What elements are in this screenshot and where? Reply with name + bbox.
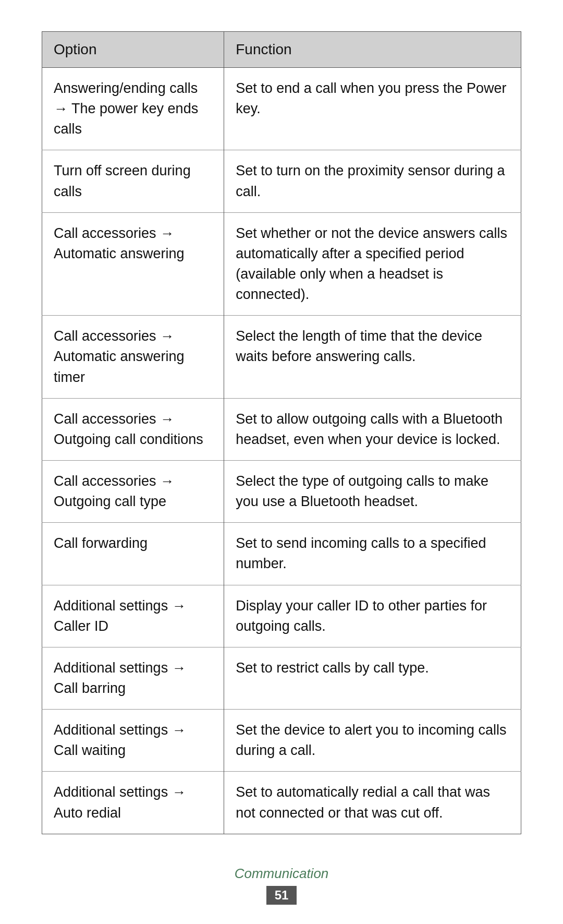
table-row: Additional settings → Call waitingSet th…: [42, 710, 521, 772]
header-function: Function: [224, 32, 521, 68]
table-row: Call accessories → Outgoing call typeSel…: [42, 460, 521, 522]
table-cell-option: Call accessories → Outgoing call conditi…: [42, 398, 224, 460]
table-cell-function: Select the type of outgoing calls to mak…: [224, 460, 521, 522]
table-cell-option: Call accessories → Automatic answering: [42, 212, 224, 316]
table-cell-option: Call accessories → Outgoing call type: [42, 460, 224, 522]
table-cell-function: Set to end a call when you press the Pow…: [224, 68, 521, 150]
table-row: Additional settings → Auto redialSet to …: [42, 772, 521, 834]
footer-label: Communication: [235, 866, 329, 882]
table-row: Call accessories → Automatic answeringSe…: [42, 212, 521, 316]
table-cell-function: Set the device to alert you to incoming …: [224, 710, 521, 772]
table-row: Call forwardingSet to send incoming call…: [42, 523, 521, 585]
table-cell-function: Select the length of time that the devic…: [224, 316, 521, 398]
table-cell-function: Set to automatically redial a call that …: [224, 772, 521, 834]
table-cell-option: Additional settings → Call barring: [42, 647, 224, 709]
table-row: Call accessories → Outgoing call conditi…: [42, 398, 521, 460]
table-cell-option: Answering/ending calls → The power key e…: [42, 68, 224, 150]
table-cell-function: Set to turn on the proximity sensor duri…: [224, 150, 521, 212]
table-cell-function: Set to send incoming calls to a specifie…: [224, 523, 521, 585]
header-option: Option: [42, 32, 224, 68]
footer-page-number: 51: [266, 886, 297, 905]
table-row: Answering/ending calls → The power key e…: [42, 68, 521, 150]
table-cell-option: Call forwarding: [42, 523, 224, 585]
table-cell-option: Additional settings → Call waiting: [42, 710, 224, 772]
table-row: Turn off screen during callsSet to turn …: [42, 150, 521, 212]
table-row: Additional settings → Caller IDDisplay y…: [42, 585, 521, 647]
table-cell-function: Set whether or not the device answers ca…: [224, 212, 521, 316]
table-row: Additional settings → Call barringSet to…: [42, 647, 521, 709]
table-cell-option: Turn off screen during calls: [42, 150, 224, 212]
table-cell-option: Additional settings → Auto redial: [42, 772, 224, 834]
settings-table: Option Function Answering/ending calls →…: [42, 31, 521, 834]
table-row: Call accessories → Automatic answering t…: [42, 316, 521, 398]
table-cell-function: Display your caller ID to other parties …: [224, 585, 521, 647]
table-cell-option: Call accessories → Automatic answering t…: [42, 316, 224, 398]
table-cell-option: Additional settings → Caller ID: [42, 585, 224, 647]
table-cell-function: Set to allow outgoing calls with a Bluet…: [224, 398, 521, 460]
table-cell-function: Set to restrict calls by call type.: [224, 647, 521, 709]
page-footer: Communication 51: [235, 866, 329, 905]
